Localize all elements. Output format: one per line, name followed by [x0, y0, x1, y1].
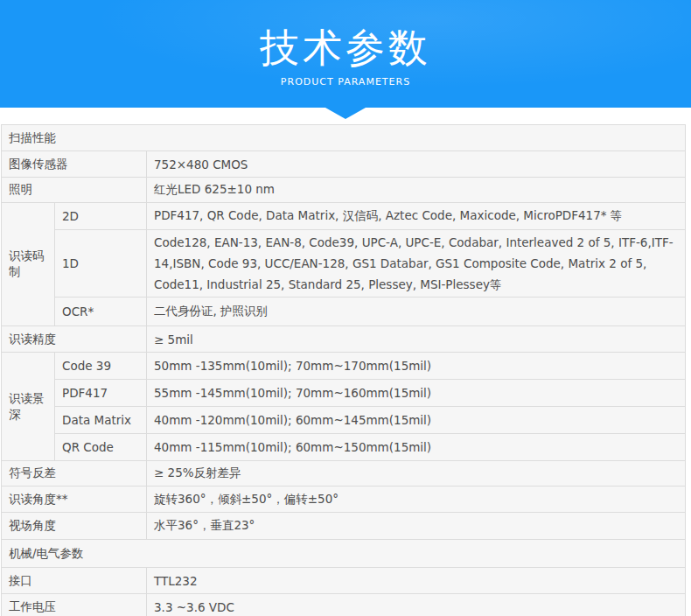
banner: 技术参数 PRODUCT PARAMETERS [0, 0, 691, 108]
table-row: 符号反差 ≥ 25%反射差异 [2, 461, 686, 486]
table-row: QR Code 40mm -115mm(10mil); 60mm~150mm(1… [2, 434, 686, 461]
table-row: 照明 红光LED 625±10 nm [2, 178, 686, 203]
row-value: 旋转360°，倾斜±50°，偏转±50° [147, 486, 686, 513]
row-value: ≥ 5mil [147, 326, 686, 353]
row-label: 接口 [2, 568, 147, 594]
table-row: 识读角度** 旋转360°，倾斜±50°，偏转±50° [2, 486, 686, 513]
row-sublabel: 2D [55, 203, 147, 230]
row-value: PDF417, QR Code, Data Matrix, 汉信码, Aztec… [147, 203, 686, 230]
row-sublabel: 1D [55, 230, 147, 298]
row-sublabel: Code 39 [55, 353, 147, 380]
spec-table: 扫描性能 图像传感器 752×480 CMOS 照明 红光LED 625±10 … [1, 124, 686, 616]
row-value: 红光LED 625±10 nm [147, 178, 686, 203]
row-value: 二代身份证, 护照识别 [147, 298, 686, 326]
row-value: 水平36°，垂直23° [147, 513, 686, 540]
row-label: 工作电压 [2, 594, 147, 616]
table-row-section: 扫描性能 [2, 125, 686, 151]
row-value: ≥ 25%反射差异 [147, 461, 686, 486]
row-label: 识读精度 [2, 326, 147, 353]
table-row: 图像传感器 752×480 CMOS [2, 151, 686, 178]
row-label: 视场角度 [2, 513, 147, 540]
row-group-label: 识读景深 [2, 353, 55, 461]
row-value: 3.3 ~3.6 VDC [147, 594, 686, 616]
table-row: OCR* 二代身份证, 护照识别 [2, 298, 686, 326]
table-row: Data Matrix 40mm -120mm(10mil); 60mm~145… [2, 407, 686, 434]
section-header: 扫描性能 [2, 125, 686, 151]
table-row: 识读景深 Code 39 50mm -135mm(10mil); 70mm~17… [2, 353, 686, 380]
row-sublabel: PDF417 [55, 380, 147, 407]
table-row: 视场角度 水平36°，垂直23° [2, 513, 686, 540]
spec-table-container: 扫描性能 图像传感器 752×480 CMOS 照明 红光LED 625±10 … [0, 124, 691, 616]
table-row: 识读码制 2D PDF417, QR Code, Data Matrix, 汉信… [2, 203, 686, 230]
row-sublabel: Data Matrix [55, 407, 147, 434]
table-row: PDF417 55mm -145mm(10mil); 70mm~160mm(15… [2, 380, 686, 407]
row-label: 识读角度** [2, 486, 147, 513]
row-value: Code128, EAN-13, EAN-8, Code39, UPC-A, U… [147, 230, 686, 298]
table-row-section: 机械/电气参数 [2, 540, 686, 568]
section-header: 机械/电气参数 [2, 540, 686, 568]
row-sublabel: OCR* [55, 298, 147, 326]
row-label: 照明 [2, 178, 147, 203]
row-value: 752×480 CMOS [147, 151, 686, 178]
row-value: TTL232 [147, 568, 686, 594]
page-subtitle: PRODUCT PARAMETERS [281, 76, 410, 88]
row-sublabel: QR Code [55, 434, 147, 461]
table-row: 识读精度 ≥ 5mil [2, 326, 686, 353]
table-row: 接口 TTL232 [2, 568, 686, 594]
table-row: 工作电压 3.3 ~3.6 VDC [2, 594, 686, 616]
row-label: 符号反差 [2, 461, 147, 486]
row-value: 55mm -145mm(10mil); 70mm~160mm(15mil) [147, 380, 686, 407]
row-label: 图像传感器 [2, 151, 147, 178]
banner-notch-triangle [325, 108, 366, 119]
row-value: 50mm -135mm(10mil); 70mm~170mm(15mil) [147, 353, 686, 380]
table-row: 1D Code128, EAN-13, EAN-8, Code39, UPC-A… [2, 230, 686, 298]
row-value: 40mm -120mm(10mil); 60mm~145mm(15mil) [147, 407, 686, 434]
page-title: 技术参数 [260, 27, 431, 68]
row-group-label: 识读码制 [2, 203, 55, 326]
row-value: 40mm -115mm(10mil); 60mm~150mm(15mil) [147, 434, 686, 461]
